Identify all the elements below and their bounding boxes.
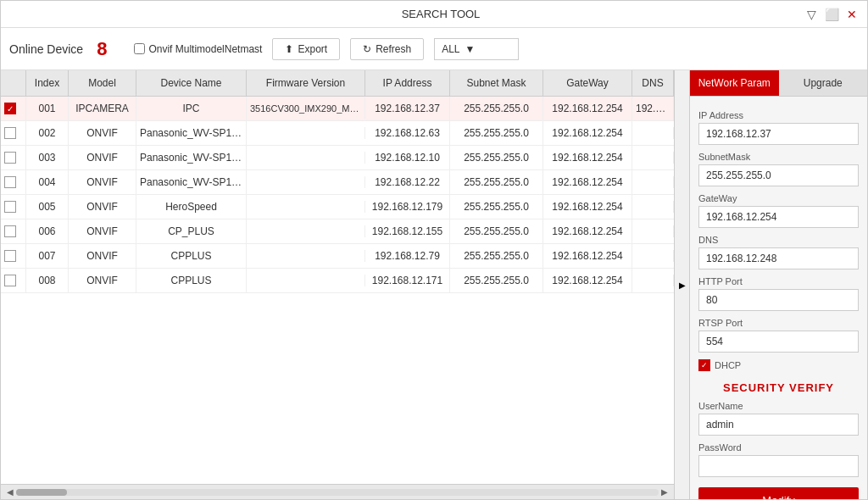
dhcp-label: DHCP bbox=[715, 360, 741, 370]
row-dns bbox=[632, 275, 674, 286]
row-checkbox[interactable] bbox=[4, 127, 16, 139]
panel-tabs: NetWork Param Upgrade bbox=[690, 70, 867, 97]
row-checkbox-cell[interactable]: ✓ bbox=[1, 97, 26, 120]
row-model: ONVIF bbox=[69, 195, 136, 219]
row-checkbox-cell[interactable] bbox=[1, 269, 26, 292]
refresh-icon: ↻ bbox=[363, 43, 371, 55]
close-button[interactable]: ✕ bbox=[845, 8, 859, 21]
subnet-mask-label: SubnetMask bbox=[698, 152, 859, 162]
row-firmware bbox=[247, 275, 365, 286]
password-label: PassWord bbox=[698, 442, 859, 453]
onvif-label: Onvif MultimodelNetmast bbox=[148, 43, 262, 55]
scroll-right-arrow[interactable]: ▶ bbox=[659, 486, 670, 498]
row-dns bbox=[632, 127, 674, 139]
restore-button[interactable]: ⬜ bbox=[825, 8, 838, 21]
row-gateway: 192.168.12.254 bbox=[543, 244, 632, 268]
window-controls: ▽ ⬜ ✕ bbox=[804, 8, 859, 21]
row-checkbox-cell[interactable] bbox=[1, 244, 26, 268]
row-ip: 192.168.12.155 bbox=[365, 219, 450, 243]
row-firmware bbox=[247, 225, 365, 237]
row-gateway: 192.168.12.254 bbox=[543, 269, 632, 292]
rtsp-port-input[interactable] bbox=[698, 331, 859, 353]
table-row[interactable]: 005 ONVIF HeroSpeed 192.168.12.179 255.2… bbox=[1, 195, 674, 219]
modify-button[interactable]: Modify bbox=[698, 487, 859, 499]
row-model: ONVIF bbox=[69, 170, 136, 194]
table-row[interactable]: 006 ONVIF CP_PLUS 192.168.12.155 255.255… bbox=[1, 219, 674, 244]
scrollbar-track[interactable] bbox=[16, 489, 659, 496]
panel-body: IP Address SubnetMask GateWay DNS HTTP P… bbox=[690, 97, 867, 499]
row-gateway: 192.168.12.254 bbox=[543, 121, 632, 145]
export-icon: ⬆ bbox=[285, 43, 293, 55]
password-input[interactable] bbox=[698, 455, 859, 477]
row-ip: 192.168.12.63 bbox=[365, 121, 450, 145]
row-subnet: 255.255.255.0 bbox=[450, 195, 543, 219]
table-row[interactable]: 003 ONVIF Panasonic_WV-SP105 192.168.12.… bbox=[1, 146, 674, 170]
row-checkbox-cell[interactable] bbox=[1, 195, 26, 219]
row-checkbox[interactable] bbox=[4, 176, 16, 188]
row-subnet: 255.255.255.0 bbox=[450, 146, 543, 169]
online-label: Online Device bbox=[9, 42, 83, 56]
ip-address-input[interactable] bbox=[698, 123, 859, 145]
filter-dropdown[interactable]: ALL ▼ bbox=[434, 38, 519, 60]
tab-network-param[interactable]: NetWork Param bbox=[690, 70, 779, 96]
onvif-checkbox[interactable] bbox=[134, 43, 145, 54]
row-firmware bbox=[247, 152, 365, 164]
row-model: ONVIF bbox=[69, 146, 136, 169]
row-checkbox[interactable] bbox=[4, 250, 16, 262]
row-gateway: 192.168.12.254 bbox=[543, 195, 632, 219]
row-checkbox-cell[interactable] bbox=[1, 146, 26, 169]
row-dns bbox=[632, 250, 674, 262]
scrollbar-thumb[interactable] bbox=[16, 489, 67, 496]
col-header-ip: IP Address bbox=[365, 70, 450, 96]
row-ip: 192.168.12.37 bbox=[365, 97, 450, 120]
refresh-button[interactable]: ↻ Refresh bbox=[350, 38, 424, 60]
row-ip: 192.168.12.22 bbox=[365, 170, 450, 194]
row-model: ONVIF bbox=[69, 244, 136, 268]
row-firmware: 3516CV300_IMX290_MINI_W_... bbox=[247, 97, 365, 119]
row-ip: 192.168.12.10 bbox=[365, 146, 450, 169]
onvif-checkbox-label[interactable]: Onvif MultimodelNetmast bbox=[134, 43, 262, 55]
table-row[interactable]: ✓ 001 IPCAMERA IPC 3516CV300_IMX290_MINI… bbox=[1, 97, 674, 121]
dns-input[interactable] bbox=[698, 247, 859, 269]
row-index: 006 bbox=[26, 219, 69, 243]
window-title: SEARCH TOOL bbox=[77, 8, 804, 20]
row-device: Panasonic_WV-SP105 bbox=[136, 146, 247, 169]
table-row[interactable]: 008 ONVIF CPPLUS 192.168.12.171 255.255.… bbox=[1, 269, 674, 293]
row-checkbox[interactable] bbox=[4, 152, 16, 164]
row-checkbox-cell[interactable] bbox=[1, 219, 26, 243]
row-checkbox[interactable] bbox=[4, 275, 16, 286]
dhcp-checkbox[interactable]: ✓ bbox=[698, 359, 710, 371]
horizontal-scrollbar[interactable]: ◀ ▶ bbox=[1, 484, 674, 499]
table-row[interactable]: 002 ONVIF Panasonic_WV-SP105 192.168.12.… bbox=[1, 121, 674, 146]
row-device: CPPLUS bbox=[136, 244, 247, 268]
http-port-input[interactable] bbox=[698, 289, 859, 311]
main-content: Index Model Device Name Firmware Version… bbox=[1, 70, 867, 499]
row-checkbox[interactable] bbox=[4, 201, 16, 213]
export-button[interactable]: ⬆ Export bbox=[272, 38, 340, 60]
row-device: CPPLUS bbox=[136, 269, 247, 292]
table-row[interactable]: 007 ONVIF CPPLUS 192.168.12.79 255.255.2… bbox=[1, 244, 674, 269]
subnet-mask-input[interactable] bbox=[698, 164, 859, 186]
dns-label: DNS bbox=[698, 235, 859, 245]
tab-upgrade[interactable]: Upgrade bbox=[779, 70, 868, 96]
gateway-input[interactable] bbox=[698, 206, 859, 228]
username-input[interactable] bbox=[698, 414, 859, 436]
http-port-label: HTTP Port bbox=[698, 276, 859, 286]
minimize-button[interactable]: ▽ bbox=[804, 8, 818, 21]
row-index: 003 bbox=[26, 146, 69, 169]
row-subnet: 255.255.255.0 bbox=[450, 170, 543, 194]
row-index: 007 bbox=[26, 244, 69, 268]
col-header-model: Model bbox=[69, 70, 136, 96]
vertical-scroll-indicator[interactable]: ▶ bbox=[674, 70, 689, 499]
rtsp-port-label: RTSP Port bbox=[698, 318, 859, 328]
row-checkbox-cell[interactable] bbox=[1, 170, 26, 194]
scroll-left-arrow[interactable]: ◀ bbox=[4, 486, 16, 498]
table-row[interactable]: 004 ONVIF Panasonic_WV-SP105 192.168.12.… bbox=[1, 170, 674, 195]
row-dns: 192.168.12.248 bbox=[632, 97, 674, 120]
gateway-label: GateWay bbox=[698, 193, 859, 203]
row-index: 004 bbox=[26, 170, 69, 194]
title-bar: SEARCH TOOL ▽ ⬜ ✕ bbox=[1, 1, 867, 28]
row-checkbox[interactable]: ✓ bbox=[4, 103, 16, 114]
row-checkbox[interactable] bbox=[4, 225, 16, 237]
row-checkbox-cell[interactable] bbox=[1, 121, 26, 145]
